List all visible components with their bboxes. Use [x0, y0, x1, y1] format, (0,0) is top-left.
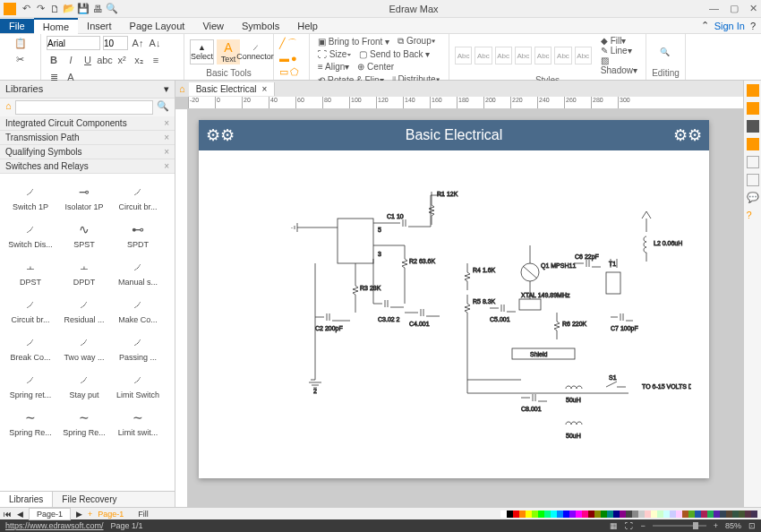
- select-tool[interactable]: ▲Select: [190, 39, 214, 64]
- shape-item[interactable]: ⟋Two way ...: [57, 328, 111, 365]
- rrect-shape-icon[interactable]: ▭: [279, 66, 288, 78]
- connector-tool[interactable]: ⟋Connector: [243, 39, 268, 64]
- subscript-button[interactable]: x₂: [132, 53, 146, 67]
- search-icon[interactable]: 🔍: [153, 100, 173, 115]
- add-page-icon[interactable]: +: [88, 510, 92, 519]
- font-size-select[interactable]: [103, 36, 128, 50]
- bring-front-button[interactable]: ▣ Bring to Front ▾: [315, 37, 392, 47]
- style-preset-6[interactable]: Abc: [554, 47, 571, 64]
- editing-button[interactable]: 🔍: [652, 39, 677, 64]
- close-tab-icon[interactable]: ×: [261, 84, 267, 94]
- rect-shape-icon[interactable]: ▬: [279, 53, 289, 64]
- style-preset-1[interactable]: Abc: [455, 47, 472, 64]
- zoom-level[interactable]: 85%: [725, 521, 741, 530]
- fit-icon[interactable]: ⊡: [748, 521, 756, 530]
- comment-icon[interactable]: 💬: [747, 192, 759, 204]
- curve-shape-icon[interactable]: ⌒: [287, 37, 297, 50]
- document-tab[interactable]: Basic Electrical×: [189, 82, 276, 96]
- shape-item[interactable]: ⟋Stay put: [57, 365, 111, 403]
- shape-item[interactable]: ⫠DPST: [4, 253, 57, 290]
- tab-home[interactable]: Home: [34, 18, 78, 34]
- cut-icon[interactable]: ✂: [13, 52, 28, 66]
- help-icon[interactable]: ?: [750, 21, 756, 31]
- line-button[interactable]: ✎ Line▾: [598, 46, 640, 56]
- style-preset-3[interactable]: Abc: [495, 47, 512, 64]
- new-icon[interactable]: 🗋: [48, 3, 61, 15]
- image-icon[interactable]: [747, 174, 759, 186]
- redo-icon[interactable]: ↷: [34, 3, 47, 15]
- shape-item[interactable]: ⟋Break Co...: [4, 328, 57, 365]
- tab-page-layout[interactable]: Page Layout: [121, 19, 194, 33]
- shadow-button[interactable]: ▨ Shadow▾: [598, 56, 640, 75]
- minimize-icon[interactable]: —: [709, 3, 719, 14]
- shape-item[interactable]: ⫠DPDT: [57, 253, 111, 290]
- line-shape-icon[interactable]: ╱: [279, 38, 286, 49]
- format-icon[interactable]: [747, 102, 759, 115]
- shape-item[interactable]: ∼Spring Re...: [57, 403, 111, 441]
- increase-font-icon[interactable]: A↑: [131, 36, 145, 50]
- doc-icon[interactable]: [747, 156, 759, 168]
- style-preset-7[interactable]: Abc: [575, 47, 592, 64]
- print-icon[interactable]: 🖶: [91, 3, 104, 15]
- center-button[interactable]: ⊕ Center: [355, 62, 397, 72]
- fill-palette[interactable]: [500, 511, 757, 518]
- shape-item[interactable]: ⟋Switch 1P: [4, 177, 57, 215]
- shape-item[interactable]: ⊷SPDT: [111, 215, 165, 253]
- shape-item[interactable]: ⟋Circuit br...: [111, 177, 165, 215]
- tab-file-recovery[interactable]: File Recovery: [53, 492, 125, 507]
- status-url[interactable]: https://www.edrawsoft.com/: [5, 521, 104, 530]
- paste-icon[interactable]: 📋: [13, 36, 28, 50]
- first-page-icon[interactable]: ⏮: [4, 510, 12, 519]
- shape-item[interactable]: ∿SPST: [57, 215, 111, 253]
- close-icon[interactable]: ✕: [749, 3, 757, 14]
- next-page-icon[interactable]: ▶: [76, 510, 82, 519]
- shape-item[interactable]: ⊸Isolator 1P: [57, 177, 111, 215]
- maximize-icon[interactable]: ▢: [730, 3, 739, 14]
- style-preset-2[interactable]: Abc: [475, 47, 492, 64]
- signin-link[interactable]: Sign In: [714, 21, 745, 31]
- page-tab[interactable]: Page-1: [29, 508, 71, 520]
- category-transmission-path[interactable]: Transmission Path×: [0, 131, 175, 145]
- tab-insert[interactable]: Insert: [78, 19, 121, 33]
- circle-shape-icon[interactable]: ●: [291, 53, 297, 64]
- category-switches-relays[interactable]: Switches and Relays×: [0, 159, 175, 174]
- font-name-select[interactable]: [47, 36, 100, 50]
- view-normal-icon[interactable]: ▦: [610, 521, 618, 530]
- shape-item[interactable]: ⟋Limit Switch: [111, 365, 165, 403]
- poly-shape-icon[interactable]: ⬠: [290, 66, 299, 78]
- libraries-menu-icon[interactable]: ▾: [164, 83, 169, 95]
- bullets-icon[interactable]: ≡: [149, 53, 163, 67]
- tab-view[interactable]: View: [193, 19, 233, 33]
- theme-icon[interactable]: [747, 84, 759, 97]
- circuit-diagram[interactable]: C1 10 R1 12K R2 63.6K R3 28K C2 200pF: [288, 174, 691, 460]
- shape-item[interactable]: ⟋Spring ret...: [4, 365, 57, 403]
- group-button[interactable]: ⧉ Group▾: [395, 36, 438, 47]
- drawing-page[interactable]: ⚙⚙ Basic Electrical ⚙⚙ C1 10: [199, 120, 709, 478]
- zoom-slider[interactable]: [653, 525, 706, 527]
- open-icon[interactable]: 📂: [63, 3, 75, 15]
- view-full-icon[interactable]: ⛶: [625, 521, 633, 530]
- shape-item[interactable]: ∼Spring Re...: [4, 403, 57, 441]
- page-rename[interactable]: Page-1: [98, 510, 124, 519]
- tab-help[interactable]: Help: [288, 19, 327, 33]
- align-button[interactable]: ≡ Align▾: [315, 62, 352, 72]
- style-preset-4[interactable]: Abc: [515, 47, 532, 64]
- collapse-ribbon-icon[interactable]: ⌃: [701, 20, 709, 31]
- shape-item[interactable]: ⟋Passing ...: [111, 328, 165, 365]
- category-integrated-circuit[interactable]: Integrated Circuit Components×: [0, 116, 175, 131]
- page-icon[interactable]: [747, 138, 759, 150]
- bold-button[interactable]: B: [47, 53, 61, 67]
- send-back-button[interactable]: ▢ Send to Back ▾: [356, 49, 432, 59]
- file-menu[interactable]: File: [0, 19, 34, 33]
- strike-button[interactable]: abc: [98, 53, 112, 67]
- canvas[interactable]: ⚙⚙ Basic Electrical ⚙⚙ C1 10: [188, 109, 743, 507]
- preview-icon[interactable]: 🔍: [106, 3, 118, 15]
- style-preset-5[interactable]: Abc: [534, 47, 552, 64]
- library-search-input[interactable]: [15, 100, 153, 115]
- size-button[interactable]: ⛶ Size▾: [315, 49, 354, 59]
- shape-item[interactable]: ⟋Circuit br...: [4, 290, 57, 328]
- zoom-in-icon[interactable]: +: [714, 521, 718, 530]
- undo-icon[interactable]: ↶: [20, 3, 32, 15]
- info-icon[interactable]: ?: [747, 210, 759, 222]
- superscript-button[interactable]: x²: [115, 53, 129, 67]
